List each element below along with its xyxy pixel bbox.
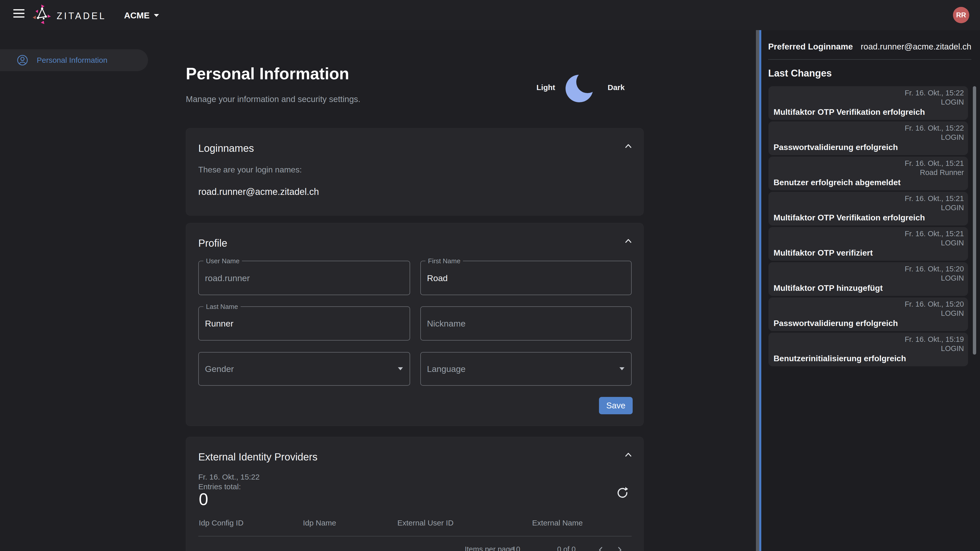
moon-toggle-icon[interactable] — [564, 72, 596, 103]
chevron-down-icon — [398, 367, 403, 371]
user-name-field: User Name road.runner — [198, 261, 410, 295]
refresh-icon[interactable] — [616, 486, 628, 499]
first-name-value: Road — [427, 273, 448, 283]
page-subtitle: Manage your information and security set… — [186, 94, 360, 104]
column-header-external-user-id: External User ID — [397, 519, 453, 527]
event-time: Fr. 16. Okt., 15:20 — [905, 300, 964, 308]
event-card: Fr. 16. Okt., 15:21 LOGIN Multifaktor OT… — [768, 192, 968, 225]
nickname-field[interactable]: Nickname — [420, 306, 632, 341]
event-message: Multifaktor OTP hinzugefügt — [773, 283, 883, 293]
panel-divider — [768, 59, 971, 60]
panel-accent-border — [759, 30, 761, 551]
user-name-value: road.runner — [205, 273, 250, 283]
last-name-label: Last Name — [204, 303, 241, 310]
event-time: Fr. 16. Okt., 15:21 — [905, 194, 964, 203]
event-actor: LOGIN — [941, 239, 964, 247]
loginnames-description: These are your login names: — [198, 165, 302, 175]
table-timestamp: Fr. 16. Okt., 15:22 — [198, 473, 259, 481]
event-actor: LOGIN — [941, 98, 964, 106]
event-message: Benutzerinitialisierung erfolgreich — [773, 354, 906, 363]
save-button-label: Save — [606, 401, 625, 410]
event-card: Fr. 16. Okt., 15:19 LOGIN Benutzerinitia… — [768, 333, 968, 366]
login-name-value: road.runner@acme.zitadel.ch — [198, 186, 319, 197]
language-select-label: Language — [427, 364, 466, 374]
column-header-idp-name: Idp Name — [303, 519, 336, 527]
person-icon — [17, 55, 28, 66]
theme-dark-label[interactable]: Dark — [608, 83, 625, 92]
event-actor: LOGIN — [941, 203, 964, 212]
event-card: Fr. 16. Okt., 15:22 LOGIN Multifaktor OT… — [768, 86, 968, 120]
entries-total-value: 0 — [199, 489, 208, 509]
event-time: Fr. 16. Okt., 15:22 — [905, 89, 964, 97]
event-card: Fr. 16. Okt., 15:20 LOGIN Multifaktor OT… — [768, 262, 968, 296]
external-idp-card-title: External Identity Providers — [198, 451, 318, 463]
gender-select-label: Gender — [205, 364, 234, 374]
event-message: Multifaktor OTP Verifikation erfolgreich — [773, 107, 925, 117]
panel-scrollbar[interactable] — [973, 86, 976, 354]
user-name-label: User Name — [204, 257, 242, 265]
event-actor: LOGIN — [941, 309, 964, 318]
event-actor: LOGIN — [941, 274, 964, 283]
event-actor: LOGIN — [941, 133, 964, 141]
next-page-icon[interactable] — [616, 547, 623, 551]
org-switcher[interactable]: ACME — [124, 10, 159, 21]
page-range-label: 0 of 0 — [557, 545, 576, 551]
profile-card-title: Profile — [198, 238, 227, 249]
column-header-idp-config-id: Idp Config ID — [199, 519, 243, 527]
preferred-loginname-label: Preferred Loginname — [768, 42, 853, 52]
profile-card: Profile User Name road.runner First Name… — [186, 223, 644, 426]
first-name-field[interactable]: First Name Road — [420, 261, 632, 295]
external-idp-card: External Identity Providers Fr. 16. Okt.… — [186, 437, 644, 551]
previous-page-icon[interactable] — [597, 547, 604, 551]
event-message: Benutzer erfolgreich abgemeldet — [773, 178, 900, 187]
theme-light-label[interactable]: Light — [536, 83, 555, 92]
event-message: Multifaktor OTP Verifikation erfolgreich — [773, 213, 925, 222]
page-title: Personal Information — [186, 64, 349, 83]
column-header-external-name: External Name — [532, 519, 583, 527]
event-time: Fr. 16. Okt., 15:19 — [905, 335, 964, 344]
event-card: Fr. 16. Okt., 15:21 Road Runner Benutzer… — [768, 157, 968, 190]
avatar-initials: RR — [956, 11, 966, 19]
event-time: Fr. 16. Okt., 15:21 — [905, 159, 964, 168]
preferred-loginname-value: road.runner@acme.zitadel.ch — [861, 42, 971, 52]
event-card: Fr. 16. Okt., 15:20 LOGIN Passwortvalidi… — [768, 297, 968, 331]
nickname-placeholder: Nickname — [427, 319, 466, 329]
menu-icon[interactable] — [13, 9, 25, 21]
zitadel-logo-icon — [31, 4, 53, 26]
event-message: Passwortvalidierung erfolgreich — [773, 319, 898, 328]
event-time: Fr. 16. Okt., 15:21 — [905, 230, 964, 238]
event-card: Fr. 16. Okt., 15:21 LOGIN Multifaktor OT… — [768, 227, 968, 261]
first-name-label: First Name — [425, 257, 463, 265]
items-per-page-label: Items per page — [465, 545, 514, 551]
left-sidebar: Personal Information — [0, 30, 148, 551]
chevron-down-icon — [154, 14, 159, 17]
sidebar-item-personal-information[interactable]: Personal Information — [0, 49, 148, 71]
panel-resize-handle[interactable] — [756, 30, 759, 551]
chevron-up-icon[interactable] — [625, 238, 632, 244]
language-select[interactable]: Language — [420, 352, 632, 386]
loginnames-card-title: Loginnames — [198, 143, 254, 154]
page-size-select[interactable]: 10 — [512, 545, 520, 551]
last-name-field[interactable]: Last Name Runner — [198, 306, 410, 341]
chevron-up-icon[interactable] — [625, 452, 632, 458]
event-actor: Road Runner — [920, 168, 964, 177]
table-divider — [198, 536, 632, 537]
sidebar-item-label: Personal Information — [37, 56, 107, 65]
org-name: ACME — [124, 11, 150, 21]
event-message: Multifaktor OTP verifiziert — [773, 248, 873, 258]
chevron-down-icon — [619, 367, 625, 371]
gender-select[interactable]: Gender — [198, 352, 410, 386]
last-changes-title: Last Changes — [768, 68, 832, 79]
top-bar: ZITADEL ACME RR — [0, 0, 980, 30]
main-content: Personal Information Manage your informa… — [148, 30, 756, 551]
brand-wordmark: ZITADEL — [57, 11, 106, 21]
event-time: Fr. 16. Okt., 15:22 — [905, 124, 964, 132]
save-button[interactable]: Save — [599, 397, 633, 414]
event-actor: LOGIN — [941, 345, 964, 353]
event-message: Passwortvalidierung erfolgreich — [773, 143, 898, 152]
event-card: Fr. 16. Okt., 15:22 LOGIN Passwortvalidi… — [768, 121, 968, 155]
loginnames-card: Loginnames These are your login names: r… — [186, 128, 644, 216]
chevron-up-icon[interactable] — [625, 143, 632, 149]
last-name-value: Runner — [205, 319, 234, 329]
avatar[interactable]: RR — [953, 7, 969, 23]
